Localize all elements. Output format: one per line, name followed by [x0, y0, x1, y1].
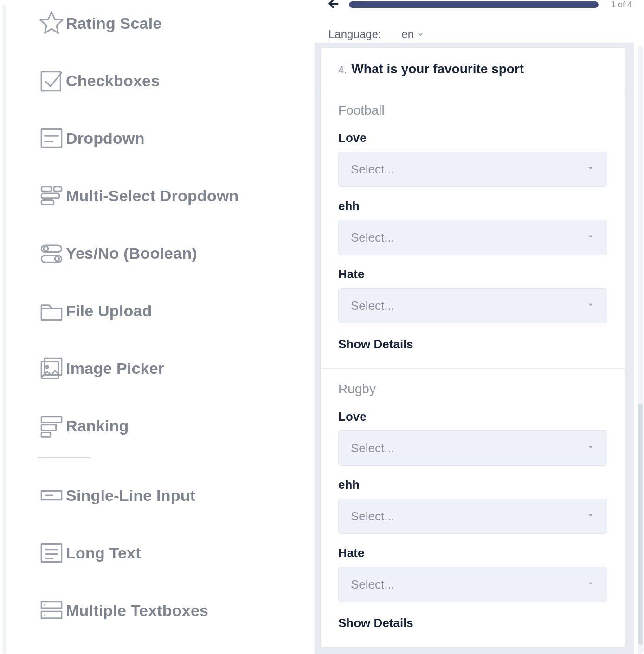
multi-icon [38, 182, 66, 209]
toolbox-item-label: Long Text [66, 544, 141, 562]
svg-rect-13 [41, 362, 58, 378]
toolbox-item-label: Yes/No (Boolean) [66, 244, 197, 263]
svg-point-9 [44, 247, 48, 251]
toolbox-item-multi-select-dropdown[interactable]: Multi-Select Dropdown [38, 167, 305, 224]
language-label: Language: [328, 28, 381, 41]
mtext-icon [38, 597, 66, 624]
rank-icon [38, 412, 66, 439]
matrix-cell: HateSelect... [338, 546, 607, 602]
toolbox-item-multi-text[interactable]: Multiple Textboxes [38, 582, 305, 639]
toolbox-separator [38, 457, 90, 458]
matrix-row: FootballLoveSelect...ehhSelect...HateSel… [321, 90, 625, 369]
star-icon [38, 10, 66, 37]
preview-scrollbar[interactable] [638, 46, 643, 654]
matrix-cell-label: ehh [338, 478, 607, 492]
svg-rect-4 [41, 187, 52, 192]
select-placeholder: Select... [351, 441, 394, 455]
svg-rect-5 [54, 187, 62, 192]
select-dropdown[interactable]: Select... [338, 152, 607, 187]
toolbox-item-image-picker[interactable]: Image Picker [38, 340, 305, 397]
select-dropdown[interactable]: Select... [338, 288, 607, 323]
toolbox-item-label: Checkboxes [66, 72, 160, 90]
matrix-cell: ehhSelect... [338, 478, 607, 534]
preview-panel: 1 of 4 Language: en 4. What is your favo… [315, 0, 644, 654]
language-selector[interactable]: en [401, 28, 424, 41]
caret-down-icon [586, 511, 595, 521]
caret-down-icon [586, 443, 595, 453]
matrix-row: RugbyLoveSelect...ehhSelect...HateSelect… [321, 369, 625, 630]
toolbox-item-boolean[interactable]: Yes/No (Boolean) [38, 224, 305, 282]
back-button[interactable] [327, 0, 341, 13]
toolbox-item-single-line[interactable]: Single-Line Input [38, 467, 305, 524]
svg-rect-15 [41, 417, 62, 423]
toolbox-item-label: Multi-Select Dropdown [66, 187, 239, 205]
toolbox-item-checkboxes[interactable]: Checkboxes [38, 52, 305, 109]
select-placeholder: Select... [351, 577, 394, 592]
dropdown-icon [38, 125, 66, 152]
svg-rect-7 [41, 200, 54, 205]
caret-down-icon [586, 164, 595, 174]
toolbox-item-label: Ranking [66, 417, 129, 435]
check-square-icon [38, 67, 66, 94]
toolbox-item-ranking[interactable]: Ranking [38, 397, 305, 455]
svg-rect-17 [41, 433, 50, 437]
matrix-cell-label: Love [338, 410, 607, 424]
matrix-cell: ehhSelect... [338, 199, 607, 255]
page-counter: 1 of 4 [607, 0, 632, 10]
matrix-row-title: Football [338, 103, 607, 118]
select-placeholder: Select... [351, 162, 394, 177]
select-placeholder: Select... [351, 509, 394, 524]
matrix-cell-label: ehh [338, 199, 607, 213]
toolbox-item-long-text[interactable]: Long Text [38, 524, 305, 582]
svg-rect-16 [41, 425, 56, 430]
select-dropdown[interactable]: Select... [338, 499, 607, 534]
svg-rect-6 [41, 193, 59, 198]
toolbox-item-label: Rating Scale [66, 14, 161, 32]
show-details-button[interactable]: Show Details [338, 337, 607, 352]
caret-down-icon [586, 579, 595, 590]
svg-rect-0 [41, 72, 60, 91]
question-title: What is your favourite sport [351, 62, 524, 77]
toolbox-item-label: Image Picker [66, 359, 164, 378]
matrix-cell-label: Hate [338, 546, 607, 560]
toolbox-item-label: Multiple Textboxes [66, 602, 208, 620]
toolbox-item-label: Dropdown [66, 129, 145, 147]
toggle-icon [38, 240, 66, 267]
toolbox-item-label: File Upload [66, 302, 152, 320]
caret-down-icon [586, 301, 595, 311]
chevron-down-icon [417, 31, 424, 38]
sline-icon [38, 482, 66, 509]
question-number: 4. [338, 64, 347, 76]
show-details-button[interactable]: Show Details [338, 616, 607, 630]
image-icon [38, 355, 66, 382]
svg-point-11 [55, 256, 59, 261]
toolbox-item-file-upload[interactable]: File Upload [38, 282, 305, 340]
svg-point-14 [46, 366, 48, 368]
folder-icon [38, 297, 66, 324]
matrix-row-title: Rugby [338, 382, 607, 397]
select-dropdown[interactable]: Select... [338, 430, 607, 466]
toolbox-item-dropdown[interactable]: Dropdown [38, 109, 305, 167]
select-dropdown[interactable]: Select... [338, 567, 607, 602]
toolbox-item-label: Single-Line Input [66, 487, 195, 505]
caret-down-icon [586, 232, 595, 243]
toolbox-item-rating-scale[interactable]: Rating Scale [38, 0, 305, 52]
matrix-cell-label: Hate [338, 267, 607, 282]
select-placeholder: Select... [351, 231, 394, 245]
matrix-cell: LoveSelect... [338, 131, 607, 187]
matrix-cell: HateSelect... [338, 267, 607, 323]
matrix-cell: LoveSelect... [338, 410, 607, 466]
toolbox-scroll-track [3, 5, 6, 654]
language-value: en [401, 28, 414, 41]
progress-bar [349, 1, 599, 8]
preview-scrollbar-thumb[interactable] [638, 404, 643, 645]
toolbox-panel: Rating ScaleCheckboxesDropdownMulti-Sele… [0, 0, 315, 654]
question-card: 4. What is your favourite sport Football… [320, 47, 625, 648]
ltext-icon [38, 539, 66, 566]
select-dropdown[interactable]: Select... [338, 220, 607, 255]
matrix-cell-label: Love [338, 131, 607, 145]
svg-rect-1 [41, 129, 62, 147]
select-placeholder: Select... [351, 299, 394, 313]
